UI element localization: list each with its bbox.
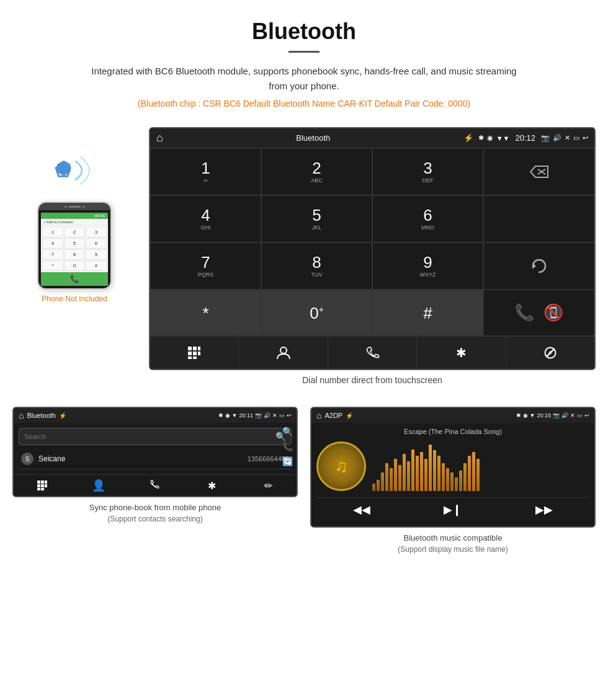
car-bluetooth-btn[interactable]: ✱ [417, 337, 506, 369]
music-time: 20:15 [537, 412, 551, 419]
dial-key-hash[interactable]: # [372, 290, 483, 336]
vis-bar [459, 471, 462, 491]
phone-key-9: 9 [86, 249, 107, 260]
music-home-icon[interactable]: ⌂ [316, 410, 321, 420]
music-back-icon[interactable]: ↩ [584, 412, 589, 419]
dial-refresh-btn[interactable] [483, 242, 594, 290]
phone-dot-2 [83, 206, 84, 208]
back-icon[interactable]: ↩ [583, 134, 588, 142]
next-btn[interactable]: ▶▶ [535, 503, 553, 516]
pb-x-icon[interactable]: ✕ [272, 412, 277, 419]
music-pin-icon: ◉ [523, 412, 528, 419]
page-description: Integrated with BC6 Bluetooth module, su… [87, 64, 521, 94]
vis-bar [394, 459, 397, 492]
svg-rect-16 [45, 481, 47, 484]
pb-home-icon[interactable]: ⌂ [19, 410, 24, 420]
dial-key-0[interactable]: 0+ [261, 290, 372, 336]
svg-rect-7 [198, 347, 200, 350]
dial-key-1[interactable]: 1 ∞ [150, 148, 261, 195]
car-action-bar: ✱ [150, 336, 594, 369]
contact-name: Seicane [38, 454, 248, 463]
call-end-icon[interactable]: 📵 [543, 303, 563, 322]
pb-grid-icon [37, 480, 48, 491]
dial-key-2[interactable]: 2 ABC [261, 148, 372, 195]
music-x-icon[interactable]: ✕ [570, 412, 575, 419]
dial-key-4[interactable]: 4 GHI [150, 195, 261, 242]
dial-backspace-btn[interactable] [483, 148, 594, 195]
music-vol-icon[interactable]: 🔊 [561, 412, 568, 419]
svg-rect-10 [198, 352, 200, 355]
vis-bar [476, 459, 480, 492]
phonebook-caption-sub: (Support contacts searching) [107, 515, 202, 523]
dial-key-7[interactable]: 7 PQRS [150, 242, 261, 290]
dial-key-3[interactable]: 3 DEF [372, 148, 483, 195]
person-icon [276, 345, 291, 360]
dial-key-9[interactable]: 9 WXYZ [372, 242, 483, 290]
pb-time: 20:11 [239, 412, 253, 419]
music-win-icon[interactable]: ▭ [577, 412, 583, 419]
phone-bottom-bar: 📞 [41, 272, 108, 286]
pb-vol-icon[interactable]: 🔊 [264, 412, 270, 419]
car-status-icons: ✱ ◉ ▼▼ 20:12 📷 🔊 ✕ ▭ ↩ [478, 133, 588, 143]
signal-icon: ▼▼ [496, 135, 510, 142]
car-contacts-btn[interactable] [239, 337, 328, 369]
pb-person-btn[interactable]: 👤 [70, 479, 127, 492]
vis-bar [377, 480, 380, 491]
car-calls-btn[interactable] [328, 337, 417, 369]
music-signal: ▼ [530, 412, 535, 419]
page-header: Bluetooth Integrated with BC6 Bluetooth … [0, 0, 608, 127]
car-screen-section: ⌂ Bluetooth ⚡ ✱ ◉ ▼▼ 20:12 📷 🔊 ✕ ▭ ↩ [149, 127, 596, 394]
vis-bar [424, 459, 427, 492]
car-home-icon[interactable]: ⌂ [156, 131, 163, 144]
pb-search-icon[interactable]: 🔍 [282, 427, 293, 436]
pb-edit-btn[interactable]: ✏ [240, 479, 297, 492]
pb-phone-icon [150, 480, 161, 491]
phonebook-block: ⌂ Bluetooth ⚡ ✱ ◉ ▼ 20:11 📷 🔊 ✕ ▭ ↩ [12, 407, 298, 555]
vis-bar [450, 472, 454, 491]
contact-row-seicane[interactable]: S Seicane 13566664466 [19, 449, 292, 469]
camera-icon[interactable]: 📷 [541, 134, 550, 142]
dialpad-grid: 1 ∞ 2 ABC 3 DEF [150, 148, 594, 336]
search-bar[interactable]: Search 🔍 [19, 428, 292, 445]
vis-bar [403, 454, 406, 491]
bluetooth-icon: ⬢ [56, 158, 71, 179]
car-link-btn[interactable] [506, 337, 594, 369]
music-caption-sub: (Support display music file name) [398, 545, 507, 554]
pb-phone-btn[interactable] [127, 479, 183, 492]
pb-cam-icon[interactable]: 📷 [255, 412, 262, 419]
svg-rect-5 [188, 347, 192, 350]
dial-key-8[interactable]: 8 TUV [261, 242, 372, 290]
window-icon[interactable]: ▭ [573, 134, 579, 142]
dial-key-5[interactable]: 5 JKL [261, 195, 372, 242]
car-screen: ⌂ Bluetooth ⚡ ✱ ◉ ▼▼ 20:12 📷 🔊 ✕ ▭ ↩ [149, 127, 596, 370]
phone-icon [365, 345, 380, 360]
music-screen-body: Escape (The Pina Colada Song) ♫ ◀◀ ▶❙ ▶▶ [311, 423, 594, 526]
main-content: ⬢ ⬠ MORE + Add to Contacts [0, 127, 608, 394]
vis-bar [381, 472, 384, 491]
call-accept-icon[interactable]: 📞 [514, 303, 534, 322]
pb-back-icon[interactable]: ↩ [287, 412, 292, 419]
dial-key-6[interactable]: 6 MNO [372, 195, 483, 242]
dial-key-star[interactable]: * [150, 290, 261, 336]
pb-win-icon[interactable]: ▭ [279, 412, 285, 419]
pb-bt-btn[interactable]: ✱ [184, 479, 240, 492]
car-dialpad-btn[interactable] [150, 337, 239, 369]
volume-icon[interactable]: 🔊 [553, 134, 561, 142]
pb-grid-btn[interactable] [14, 479, 70, 492]
bottom-screenshots: ⌂ Bluetooth ⚡ ✱ ◉ ▼ 20:11 📷 🔊 ✕ ▭ ↩ [0, 407, 608, 555]
close-icon[interactable]: ✕ [565, 134, 570, 142]
phone-speaker [68, 206, 81, 208]
svg-rect-20 [37, 488, 40, 490]
prev-btn[interactable]: ◀◀ [353, 503, 370, 516]
dial-empty-1 [483, 195, 594, 242]
vis-bar [411, 450, 414, 492]
phone-key-star: * [42, 260, 63, 271]
pb-refresh-icon[interactable]: 🔄 [282, 456, 293, 466]
vis-bar [390, 468, 393, 492]
music-cam-icon[interactable]: 📷 [553, 412, 560, 419]
pb-call-icon[interactable]: 📞 [282, 441, 293, 451]
pb-pin-icon: ◉ [225, 412, 230, 419]
play-pause-btn[interactable]: ▶❙ [444, 503, 462, 516]
bluetooth-info: (Bluetooth chip : CSR BC6 Default Blueto… [12, 99, 596, 109]
phone-dot [65, 206, 66, 208]
